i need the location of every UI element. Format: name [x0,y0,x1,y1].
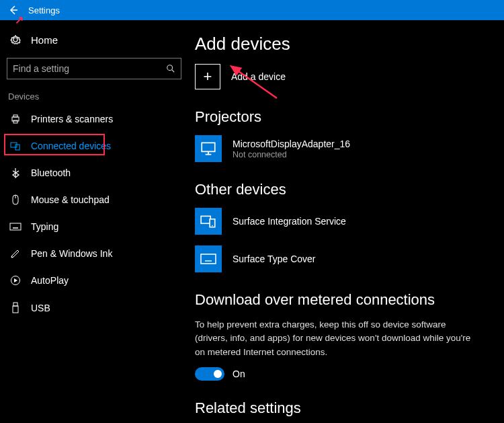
nav-label: AutoPlay [31,275,69,286]
sidebar-item-pen[interactable]: Pen & Windows Ink [0,240,188,267]
svg-rect-21 [201,216,210,223]
pen-icon [9,248,22,259]
sidebar-section-label: Devices [0,82,188,106]
device-item-typecover[interactable]: Surface Type Cover [195,245,484,272]
keyboard-device-icon [195,245,222,272]
home-button[interactable]: Home [0,27,188,52]
svg-rect-16 [13,303,17,306]
device-item-integration[interactable]: Surface Integration Service [195,208,484,235]
devices-icon [195,208,222,235]
nav-label: Printers & scanners [31,114,113,124]
device-name: MicrosoftDisplayAdapter_16 [233,139,350,149]
mouse-icon [9,194,22,205]
sidebar-item-autoplay[interactable]: AutoPlay [0,267,188,294]
arrow-left-icon [8,5,19,15]
sidebar: Home Devices Printers & scanners Connect… [0,20,188,423]
keyboard-icon [9,223,22,231]
metered-toggle[interactable] [195,367,224,381]
nav-label: Bluetooth [31,167,71,178]
projectors-heading: Projectors [195,108,484,126]
sidebar-item-connected-devices[interactable]: Connected devices [0,132,188,159]
bluetooth-icon [9,167,22,178]
toggle-state-label: On [233,369,245,379]
nav-label: Pen & Windows Ink [31,248,112,259]
other-devices-heading: Other devices [195,181,484,198]
printer-icon [9,114,22,124]
sidebar-item-typing[interactable]: Typing [0,213,188,240]
metered-heading: Download over metered connections [195,291,484,309]
device-status: Not connected [233,150,350,159]
window-title: Settings [28,5,60,15]
gear-icon [9,34,23,46]
nav-label: Mouse & touchpad [31,194,110,205]
titlebar: Settings [0,0,504,20]
device-name: Surface Type Cover [233,254,315,264]
sidebar-item-usb[interactable]: USB [0,294,188,322]
svg-rect-24 [201,254,216,264]
related-settings-heading: Related settings [195,399,484,417]
search-input[interactable] [13,63,166,74]
add-devices-heading: Add devices [195,34,484,54]
svg-point-0 [167,65,173,71]
svg-rect-3 [13,115,17,117]
svg-line-1 [172,70,175,73]
svg-point-23 [212,225,213,227]
add-device-label: Add a device [231,71,286,82]
svg-rect-18 [202,143,215,151]
nav-label: USB [31,303,50,313]
projector-item[interactable]: MicrosoftDisplayAdapter_16 Not connected [195,135,484,162]
metered-description: To help prevent extra charges, keep this… [195,318,477,359]
main-content: Add devices + Add a device Projectors Mi… [188,20,504,423]
home-label: Home [31,34,58,46]
add-device-button[interactable]: + Add a device [195,64,484,89]
connected-devices-icon [9,141,22,151]
monitor-icon [195,135,222,162]
toggle-knob [214,370,222,378]
sidebar-item-printers[interactable]: Printers & scanners [0,106,188,132]
device-name: Surface Integration Service [233,216,346,227]
search-box[interactable] [7,58,181,79]
svg-rect-17 [13,306,18,313]
plus-icon: + [195,64,220,89]
search-icon [166,64,175,73]
nav-label: Connected devices [31,141,111,151]
sidebar-item-mouse[interactable]: Mouse & touchpad [0,186,188,213]
usb-icon [9,302,22,314]
nav-label: Typing [31,221,58,232]
back-button[interactable] [4,1,23,20]
svg-rect-9 [10,223,21,230]
sidebar-item-bluetooth[interactable]: Bluetooth [0,159,188,186]
autoplay-icon [9,275,22,286]
